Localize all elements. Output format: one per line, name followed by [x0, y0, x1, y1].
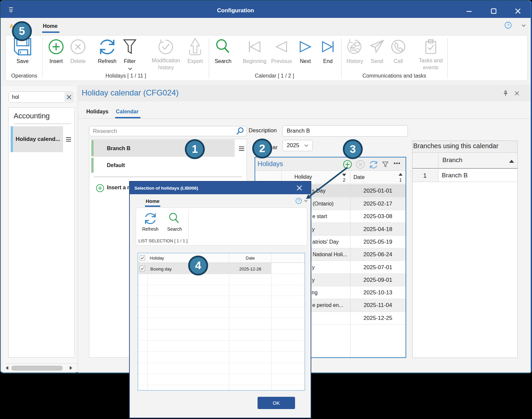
svg-text:?: ?: [507, 23, 509, 28]
svg-text:?: ?: [298, 199, 300, 203]
